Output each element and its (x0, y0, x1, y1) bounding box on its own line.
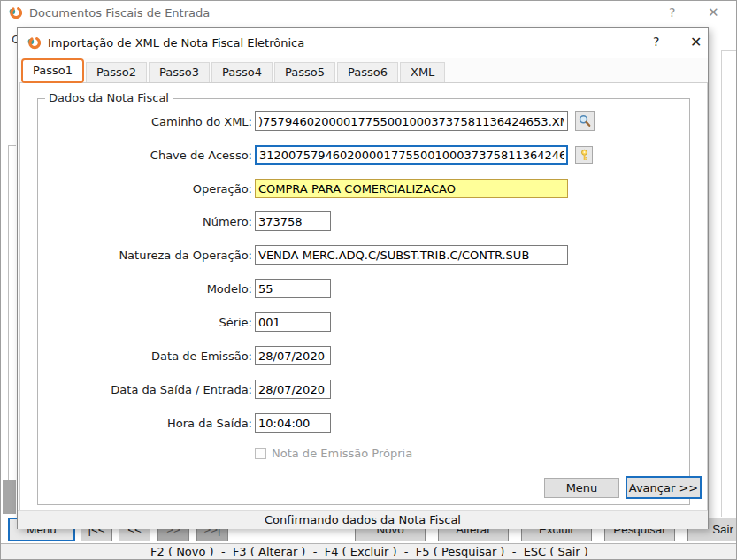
tab-passo3[interactable]: Passo3 (149, 62, 210, 83)
caminho-xml-input[interactable] (255, 111, 568, 131)
avancar-button[interactable]: Avançar >> (626, 476, 702, 499)
data-saida-entrada-input[interactable] (255, 380, 331, 399)
field-row-data-emissao: Data de Emissão: (18, 346, 710, 367)
background-gray-block (3, 480, 16, 514)
numero-label: Número: (31, 215, 252, 228)
natureza-operacao-label: Natureza da Operação: (31, 249, 252, 262)
import-xml-dialog: Importação de XML de Nota Fiscal Eletrôn… (17, 27, 709, 529)
dialog-logo-icon (27, 35, 42, 50)
main-window-title: Documentos Fiscais de Entrada (29, 6, 210, 19)
tab-xml[interactable]: XML (400, 62, 445, 83)
numero-input[interactable] (255, 211, 331, 231)
field-row-modelo: Modelo: (18, 279, 710, 300)
dialog-help-button[interactable]: ? (653, 35, 659, 49)
field-row-operacao: Operação: (18, 179, 710, 200)
modelo-label: Modelo: (31, 282, 252, 295)
field-row-natureza-operacao: Natureza da Operação: (18, 245, 710, 266)
chave-acesso-input[interactable] (255, 145, 568, 165)
data-emissao-input[interactable] (255, 346, 331, 365)
main-close-button[interactable]: ✕ (708, 4, 719, 20)
background-groupbox-edge (8, 145, 16, 481)
tab-passo1[interactable]: Passo1 (21, 58, 84, 83)
serie-label: Série: (31, 316, 252, 329)
dialog-status-bar: Confirmando dados da Nota Fiscal (18, 510, 708, 529)
tab-passo4[interactable]: Passo4 (211, 62, 273, 83)
field-row-caminho-xml: Caminho do XML: (18, 111, 710, 133)
data-saida-entrada-label: Data da Saída / Entrada: (31, 383, 252, 396)
caminho-xml-label: Caminho do XML: (31, 115, 252, 128)
dialog-close-button[interactable]: ✕ (690, 34, 702, 50)
hora-saida-label: Hora da Saída: (31, 417, 252, 430)
operacao-label: Operação: (31, 182, 252, 196)
operacao-input[interactable] (255, 179, 568, 198)
field-row-data-saida-entrada: Data da Saída / Entrada: (18, 380, 710, 401)
browse-xml-button[interactable] (575, 111, 595, 131)
chave-acesso-label: Chave de Acesso: (31, 149, 252, 162)
tab-passo5[interactable]: Passo5 (274, 62, 335, 83)
main-help-button[interactable]: ? (669, 5, 675, 19)
validate-key-button[interactable] (575, 146, 593, 164)
tab-passo6[interactable]: Passo6 (337, 62, 398, 83)
menu-button[interactable]: Menu (544, 478, 619, 498)
nota-emissao-propria-row: Nota de Emissão Própria (255, 446, 412, 460)
dialog-title: Importação de XML de Nota Fiscal Eletrôn… (48, 36, 304, 50)
background-panel-edge (721, 50, 737, 517)
serie-input[interactable] (255, 312, 331, 332)
main-titlebar: Documentos Fiscais de Entrada ? ✕ (1, 1, 736, 26)
app-logo-icon (8, 5, 23, 20)
nota-emissao-propria-checkbox[interactable] (255, 448, 266, 459)
field-row-serie: Série: (18, 312, 710, 334)
tab-passo2[interactable]: Passo2 (86, 62, 147, 83)
field-row-hora-saida: Hora da Saída: (18, 413, 710, 434)
field-row-chave-acesso: Chave de Acesso: (18, 145, 710, 166)
key-icon (578, 149, 591, 162)
data-emissao-label: Data de Emissão: (31, 349, 252, 363)
hora-saida-input[interactable] (255, 413, 331, 433)
natureza-operacao-input[interactable] (255, 245, 568, 265)
nota-emissao-propria-label: Nota de Emissão Própria (272, 447, 412, 460)
fkeys-shortcut-bar: F2 ( Novo ) - F3 ( Alterar ) - F4 ( Excl… (1, 543, 737, 560)
field-row-numero: Número: (18, 211, 710, 233)
magnifier-icon (578, 114, 592, 128)
modelo-input[interactable] (255, 279, 331, 298)
wizard-tabs: Passo1 Passo2 Passo3 Passo4 Passo5 Passo… (21, 58, 447, 83)
app-window: Documentos Fiscais de Entrada ? ✕ C Menu… (0, 0, 737, 560)
groupbox-title: Dados da Nota Fiscal (45, 91, 173, 104)
dialog-titlebar: Importação de XML de Nota Fiscal Eletrôn… (18, 28, 708, 58)
